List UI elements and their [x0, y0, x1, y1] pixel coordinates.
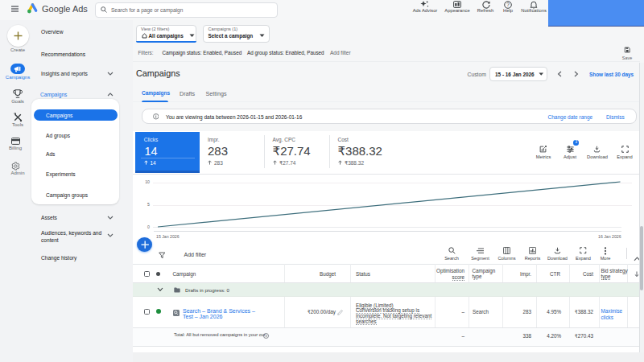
svg-text:?: ? [506, 2, 510, 7]
